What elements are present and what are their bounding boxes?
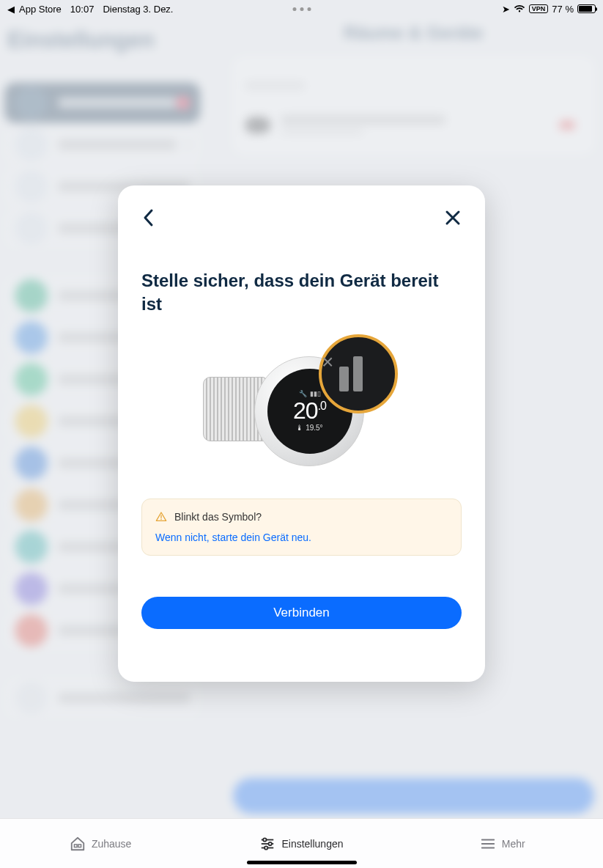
device-illustration: 🔧▮▮▯ 20.0 🌡 19.5° × bbox=[203, 334, 401, 481]
svg-point-5 bbox=[264, 838, 267, 841]
device-temp-dec: .0 bbox=[318, 400, 326, 412]
status-date: Dienstag 3. Dez. bbox=[103, 4, 173, 15]
tab-settings-label: Einstellungen bbox=[281, 838, 343, 850]
hint-box: Blinkt das Symbol? Wenn nicht, starte de… bbox=[141, 499, 462, 556]
warning-icon bbox=[155, 511, 167, 523]
menu-icon bbox=[480, 836, 496, 852]
status-time: 10:07 bbox=[70, 4, 95, 15]
hint-restart-link[interactable]: Wenn nicht, starte dein Gerät neu. bbox=[155, 532, 448, 543]
tab-home-label: Zuhause bbox=[92, 838, 131, 850]
home-icon bbox=[70, 836, 86, 852]
svg-point-7 bbox=[269, 842, 272, 845]
svg-point-9 bbox=[264, 846, 267, 849]
location-icon: ➤ bbox=[502, 4, 510, 15]
battery-icon bbox=[577, 4, 596, 13]
tab-more-label: Mehr bbox=[502, 838, 525, 850]
battery-pct: 77 % bbox=[552, 4, 574, 15]
multitask-dots-icon[interactable] bbox=[292, 7, 311, 11]
back-icon[interactable] bbox=[141, 207, 156, 228]
device-temp-main: 20 bbox=[293, 399, 318, 422]
svg-rect-2 bbox=[74, 844, 77, 847]
device-temp-sub: 19.5° bbox=[306, 424, 322, 432]
device-ready-modal: Stelle sicher, dass dein Gerät bereit is… bbox=[118, 185, 485, 682]
svg-point-1 bbox=[160, 518, 162, 520]
sliders-icon bbox=[259, 836, 275, 852]
tab-more[interactable]: Mehr bbox=[402, 819, 603, 868]
vpn-badge: VPN bbox=[529, 4, 549, 13]
modal-heading: Stelle sicher, dass dein Gerät bereit is… bbox=[141, 269, 462, 317]
back-app-label[interactable]: App Store bbox=[19, 4, 62, 15]
wifi-icon bbox=[514, 4, 525, 13]
status-bar: ◀ App Store 10:07 Dienstag 3. Dez. ➤ VPN… bbox=[0, 0, 603, 18]
svg-rect-3 bbox=[78, 844, 81, 847]
home-indicator[interactable] bbox=[247, 861, 357, 864]
signal-blink-icon: × bbox=[319, 334, 398, 413]
hint-question: Blinkt das Symbol? bbox=[174, 511, 262, 523]
tab-home[interactable]: Zuhause bbox=[0, 819, 201, 868]
close-icon[interactable] bbox=[444, 209, 462, 227]
connect-button[interactable]: Verbinden bbox=[141, 597, 462, 629]
back-caret-icon[interactable]: ◀ bbox=[7, 4, 15, 15]
